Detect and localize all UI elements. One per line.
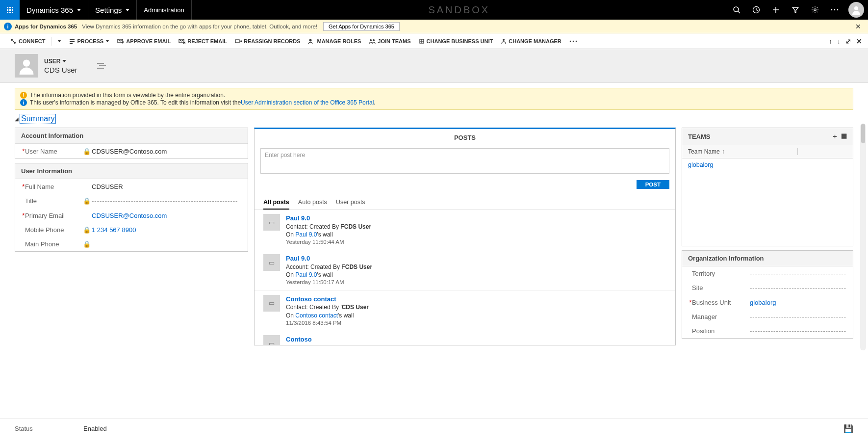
svg-marker-5 (792, 7, 798, 13)
username-value[interactable]: CDSUSER@Contoso.com (92, 148, 241, 155)
posts-list[interactable]: ▭ Paul 9.0 Contact: Created By FCDS User… (255, 210, 675, 345)
position-value[interactable]: ----------------------------------------… (750, 327, 846, 335)
cmd-join-teams[interactable]: JOIN TEAMS (365, 33, 414, 49)
teams-header: TEAMS ＋ ▦ (682, 128, 853, 145)
separator (51, 37, 51, 46)
cmd-connect-dropdown[interactable] (53, 33, 65, 49)
svg-point-30 (573, 40, 574, 42)
teams-add-button[interactable]: ＋ (832, 132, 838, 141)
section-tab: ◢ Summary (15, 114, 853, 124)
post-subject[interactable]: Contoso (286, 335, 366, 344)
account-info-header: Account Information (15, 128, 248, 144)
cmd-manage-roles[interactable]: MANAGE ROLES (304, 33, 365, 49)
nav-product[interactable]: Dynamics 365 (20, 0, 88, 20)
nav-area[interactable]: Settings (88, 0, 137, 20)
related-hierarchy-button[interactable] (97, 62, 106, 69)
teams-grid-button[interactable]: ▦ (841, 132, 847, 141)
notice-info-post: . (374, 99, 375, 106)
cmd-change-manager[interactable]: CHANGE MANAGER (497, 33, 565, 49)
mobile-value[interactable]: 1 234 567 8900 (92, 226, 241, 234)
promo-desc: View Dynamics 365 information on the go … (82, 24, 317, 29)
post-subject[interactable]: Paul 9.0 (286, 254, 372, 263)
nav-subarea[interactable]: Administration (137, 0, 191, 20)
promo-title: Apps for Dynamics 365 (15, 24, 77, 29)
cmd-reassign[interactable]: REASSIGN RECORDS (231, 33, 305, 49)
svg-point-23 (370, 39, 372, 41)
site-value[interactable]: ----------------------------------------… (750, 284, 846, 291)
promo-close-button[interactable]: ✕ (852, 23, 864, 30)
promo-bar: i Apps for Dynamics 365 View Dynamics 36… (0, 20, 868, 33)
popout-button[interactable]: ⤢ (845, 37, 851, 45)
cmd-connect[interactable]: CONNECT (6, 33, 49, 49)
territory-value[interactable]: ----------------------------------------… (750, 270, 846, 277)
post-button[interactable]: POST (637, 180, 669, 189)
cmd-manager-label: CHANGE MANAGER (509, 38, 562, 44)
cmd-approve-email[interactable]: APPROVE EMAIL (113, 33, 175, 49)
mobile-label: Mobile Phone (25, 226, 83, 234)
lock-icon: 🔒 (83, 148, 92, 155)
form-body: Account Information * User Name 🔒 CDSUSE… (0, 124, 868, 350)
title-value[interactable]: ----------------------------------------… (92, 197, 241, 205)
scrollbar[interactable] (860, 124, 866, 350)
record-image[interactable] (15, 54, 38, 78)
summary-tab[interactable]: Summary (20, 114, 56, 124)
post-item[interactable]: ▭ Contoso Contact: Created ByCDS User (255, 331, 675, 345)
tab-user-posts[interactable]: User posts (336, 196, 365, 210)
post-subject[interactable]: Paul 9.0 (286, 214, 371, 223)
bu-value[interactable]: globalorg (750, 299, 846, 306)
post-wall-link[interactable]: Paul 9.0 (295, 231, 317, 238)
post-wall-link[interactable]: Contoso contact (295, 312, 338, 319)
user-avatar[interactable] (848, 2, 864, 18)
nav-up-button[interactable]: ↑ (829, 37, 832, 45)
svg-rect-16 (70, 43, 73, 44)
cmd-connect-label: CONNECT (19, 38, 45, 44)
svg-point-29 (570, 40, 571, 42)
tab-all-posts[interactable]: All posts (263, 196, 289, 210)
primary-email-value[interactable]: CDSUSER@Contoso.com (92, 212, 241, 219)
post-icon: ▭ (263, 295, 280, 312)
chevron-down-icon (57, 40, 61, 42)
get-apps-button[interactable]: Get Apps for Dynamics 365 (323, 22, 400, 31)
nav-down-button[interactable]: ↓ (837, 37, 841, 45)
entity-type[interactable]: USER (44, 58, 77, 65)
post-icon: ▭ (263, 335, 280, 345)
lock-icon: 🔒 (83, 240, 92, 248)
post-input[interactable] (260, 148, 669, 174)
chevron-down-icon (126, 9, 129, 11)
recent-button[interactable] (746, 6, 766, 14)
record-name: CDS User (44, 66, 77, 74)
post-line2: On Paul 9.0's wall (286, 231, 371, 238)
svg-point-24 (373, 39, 375, 41)
svg-point-11 (11, 39, 13, 41)
post-subject[interactable]: Contoso contact (286, 295, 369, 304)
notice-info-link[interactable]: User Administration section of the Offic… (241, 99, 374, 106)
ellipsis-icon (831, 9, 839, 11)
territory-label: Territory (692, 270, 750, 277)
collapse-icon[interactable]: ◢ (15, 116, 19, 122)
team-row[interactable]: globalorg (682, 158, 853, 171)
manager-value[interactable]: ----------------------------------------… (750, 313, 846, 320)
app-launcher-button[interactable] (0, 0, 20, 20)
cmd-reject-email[interactable]: REJECT EMAIL (175, 33, 231, 49)
person-icon (18, 57, 35, 75)
cmd-change-bu[interactable]: CHANGE BUSINESS UNIT (415, 33, 497, 49)
post-item[interactable]: ▭ Paul 9.0 Account: Created By FCDS User… (255, 250, 675, 290)
cmd-overflow[interactable] (565, 33, 583, 49)
search-button[interactable] (727, 6, 746, 14)
lock-icon: 🔒 (83, 226, 92, 234)
filter-button[interactable] (786, 6, 805, 14)
settings-button[interactable] (805, 6, 825, 14)
tab-auto-posts[interactable]: Auto posts (298, 196, 327, 210)
teams-col-teamname[interactable]: Team Name↑ (688, 148, 797, 155)
cmd-process[interactable]: PROCESS (65, 33, 113, 49)
post-item[interactable]: ▭ Contoso contact Contact: Created By 'C… (255, 291, 675, 331)
teams-col-label: Team Name (688, 148, 720, 155)
fullname-value[interactable]: CDSUSER (92, 183, 241, 190)
close-record-button[interactable]: ✕ (856, 37, 862, 45)
post-wall-link[interactable]: Paul 9.0 (295, 271, 317, 278)
post-item[interactable]: ▭ Paul 9.0 Contact: Created By FCDS User… (255, 210, 675, 250)
svg-point-31 (576, 40, 577, 42)
reassign-icon (235, 38, 242, 44)
new-button[interactable] (766, 6, 786, 14)
more-button[interactable] (825, 9, 844, 11)
